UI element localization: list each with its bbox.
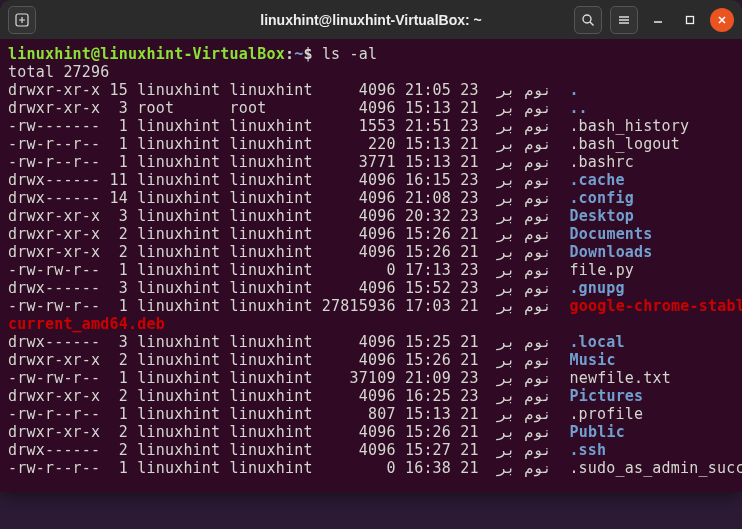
terminal-window: linuxhint@linuxhint-VirtualBox: ~ linuxh… <box>0 0 742 492</box>
menu-button[interactable] <box>610 6 638 34</box>
close-button[interactable] <box>710 8 734 32</box>
total-line: total 27296 <box>8 63 734 81</box>
ls-row: drwxr-xr-x 3 root root 4096 15:13 21 نوم… <box>8 99 734 117</box>
ls-row: drwx------ 2 linuxhint linuxhint 4096 15… <box>8 441 734 459</box>
file-name: newfile.txt <box>569 369 671 387</box>
file-name: .bash_history <box>569 117 689 135</box>
file-name: Desktop <box>569 207 634 225</box>
file-name: . <box>569 81 578 99</box>
file-name: .sudo_as_admin_succes <box>569 459 742 477</box>
maximize-icon <box>684 14 696 26</box>
search-icon <box>581 13 595 27</box>
prompt-sep: : <box>285 45 294 63</box>
ls-row: drwxr-xr-x 3 linuxhint linuxhint 4096 20… <box>8 207 734 225</box>
ls-row: drwxr-xr-x 2 linuxhint linuxhint 4096 15… <box>8 243 734 261</box>
plus-box-icon <box>15 13 29 27</box>
terminal-viewport[interactable]: linuxhint@linuxhint-VirtualBox:~$ ls -al… <box>0 39 742 492</box>
hamburger-icon <box>617 13 631 27</box>
minimize-button[interactable] <box>646 8 670 32</box>
svg-rect-2 <box>687 16 694 23</box>
ls-row: drwx------ 14 linuxhint linuxhint 4096 2… <box>8 189 734 207</box>
ls-row: -rw-r--r-- 1 linuxhint linuxhint 220 15:… <box>8 135 734 153</box>
file-name: .gnupg <box>569 279 624 297</box>
file-name: Public <box>569 423 624 441</box>
svg-point-1 <box>583 15 591 23</box>
file-name: Downloads <box>569 243 652 261</box>
ls-row: drwxr-xr-x 15 linuxhint linuxhint 4096 2… <box>8 81 734 99</box>
file-name: Music <box>569 351 615 369</box>
ls-row: -rw-rw-r-- 1 linuxhint linuxhint 0 17:13… <box>8 261 734 279</box>
file-name: .. <box>569 99 587 117</box>
file-name-wrap: current_amd64.deb <box>8 315 165 333</box>
file-name: file.py <box>569 261 634 279</box>
ls-row: -rw------- 1 linuxhint linuxhint 1553 21… <box>8 117 734 135</box>
file-name: .config <box>569 189 633 207</box>
ls-row: drwxr-xr-x 2 linuxhint linuxhint 4096 15… <box>8 225 734 243</box>
minimize-icon <box>652 14 664 26</box>
search-button[interactable] <box>574 6 602 34</box>
file-name: Documents <box>569 225 652 243</box>
file-name: .cache <box>569 171 624 189</box>
ls-row: drwxr-xr-x 2 linuxhint linuxhint 4096 16… <box>8 387 734 405</box>
file-name: .bash_logout <box>569 135 680 153</box>
prompt-sigil: $ <box>303 45 321 63</box>
file-name: .bashrc <box>569 153 633 171</box>
file-name: .ssh <box>569 441 606 459</box>
ls-row: drwxr-xr-x 2 linuxhint linuxhint 4096 15… <box>8 351 734 369</box>
ls-row: -rw-r--r-- 1 linuxhint linuxhint 3771 15… <box>8 153 734 171</box>
file-name: google-chrome-stable_ <box>569 297 742 315</box>
ls-row: drwx------ 11 linuxhint linuxhint 4096 1… <box>8 171 734 189</box>
file-name: Pictures <box>569 387 643 405</box>
ls-row: -rw-r--r-- 1 linuxhint linuxhint 807 15:… <box>8 405 734 423</box>
prompt-line: linuxhint@linuxhint-VirtualBox:~$ ls -al <box>8 45 734 63</box>
file-name: .profile <box>569 405 643 423</box>
titlebar[interactable]: linuxhint@linuxhint-VirtualBox: ~ <box>0 0 742 39</box>
ls-row: drwx------ 3 linuxhint linuxhint 4096 15… <box>8 279 734 297</box>
ls-row: -rw-r--r-- 1 linuxhint linuxhint 0 16:38… <box>8 459 734 477</box>
maximize-button[interactable] <box>678 8 702 32</box>
ls-row: -rw-rw-r-- 1 linuxhint linuxhint 2781593… <box>8 297 734 315</box>
file-name: .local <box>569 333 624 351</box>
prompt-userhost: linuxhint@linuxhint-VirtualBox <box>8 45 285 63</box>
ls-row: drwx------ 3 linuxhint linuxhint 4096 15… <box>8 333 734 351</box>
ls-row: -rw-rw-r-- 1 linuxhint linuxhint 37109 2… <box>8 369 734 387</box>
titlebar-left <box>8 6 36 34</box>
close-icon <box>716 14 728 26</box>
new-tab-button[interactable] <box>8 6 36 34</box>
titlebar-right <box>574 6 734 34</box>
command-text: ls -al <box>322 45 377 63</box>
ls-row: drwxr-xr-x 2 linuxhint linuxhint 4096 15… <box>8 423 734 441</box>
ls-row-wrap: current_amd64.deb <box>8 315 734 333</box>
